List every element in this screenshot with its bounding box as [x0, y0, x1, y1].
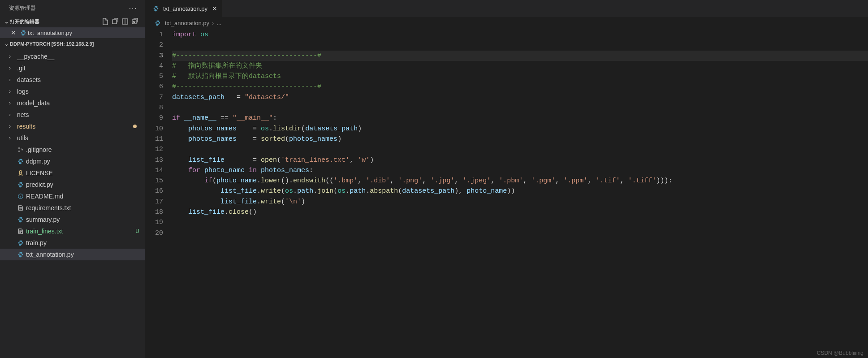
svg-point-5 — [22, 149, 23, 151]
code-line[interactable]: for photo_name in photos_names: — [172, 165, 868, 176]
folder-name: datasets — [17, 76, 41, 83]
code-line[interactable]: list_file.write('\n') — [172, 197, 868, 207]
code-line[interactable]: #-----------------------------------# — [172, 82, 868, 92]
modified-indicator — [133, 125, 137, 128]
new-file-icon[interactable] — [102, 18, 109, 25]
folder-item[interactable]: ›logs — [0, 86, 145, 97]
chevron-right-icon: › — [9, 123, 16, 129]
line-gutter: 1234567891011121314151617181920 — [145, 30, 172, 358]
file-item[interactable]: train.py — [0, 237, 145, 249]
license-icon — [16, 170, 25, 176]
folder-name: nets — [17, 111, 29, 118]
breadcrumbs[interactable]: txt_annotation.py › ... — [145, 17, 868, 29]
chevron-down-icon: ⌄ — [3, 19, 10, 25]
py-icon — [16, 240, 25, 246]
more-icon[interactable]: ··· — [129, 4, 138, 13]
code-line[interactable] — [172, 40, 868, 50]
file-name: train.py — [26, 239, 47, 246]
sidebar-header: 资源管理器 ··· — [0, 0, 145, 16]
svg-rect-2 — [132, 20, 136, 24]
folder-item[interactable]: ›model_data — [0, 97, 145, 109]
workspace-label: DDPM-PYTORCH [SSH: 192.168.2.9] — [10, 41, 94, 47]
file-item[interactable]: requirements.txt — [0, 202, 145, 214]
py-icon — [16, 216, 25, 223]
save-all-icon[interactable] — [112, 18, 119, 25]
code-line[interactable]: if __name__ == "__main__": — [172, 113, 868, 123]
file-name: README.md — [26, 193, 63, 200]
code-line[interactable] — [172, 217, 868, 228]
txt-icon — [16, 205, 25, 211]
file-name: ddpm.py — [26, 158, 50, 165]
folder-item[interactable]: ›utils — [0, 132, 145, 144]
sidebar: 资源管理器 ··· ⌄ 打开的编辑器 ✕ txt_annotation.py ⌄… — [0, 0, 145, 358]
code-line[interactable]: datasets_path = "datasets/" — [172, 92, 868, 103]
file-item[interactable]: predict.py — [0, 179, 145, 190]
folder-name: utils — [17, 134, 28, 142]
editor-tab[interactable]: txt_annotation.py ✕ — [145, 0, 222, 17]
svg-rect-0 — [112, 20, 117, 24]
close-icon[interactable]: ✕ — [212, 5, 217, 12]
file-item[interactable]: README.md — [0, 190, 145, 202]
file-name: summary.py — [26, 216, 60, 223]
file-item[interactable]: train_lines.txtU — [0, 225, 145, 237]
close-icon[interactable]: ✕ — [11, 29, 19, 36]
code-line[interactable]: list_file.close() — [172, 207, 868, 217]
watermark: CSDN @Bubbliiiing — [817, 350, 864, 356]
file-name: txt_annotation.py — [26, 251, 74, 258]
code-line[interactable]: import os — [172, 30, 868, 40]
file-item[interactable]: LICENSE — [0, 167, 145, 179]
folder-item[interactable]: ›.git — [0, 62, 145, 74]
file-item[interactable]: txt_annotation.py — [0, 249, 145, 260]
code-line[interactable]: # 指向数据集所在的文件夹 — [172, 61, 868, 71]
code-line[interactable] — [172, 228, 868, 238]
open-editors-header[interactable]: ⌄ 打开的编辑器 — [0, 16, 145, 27]
python-icon — [153, 20, 162, 26]
layout-icon[interactable] — [121, 18, 129, 25]
code-line[interactable]: list_file = open('train_lines.txt', 'w') — [172, 155, 868, 165]
folder-name: __pycache__ — [17, 53, 54, 60]
folder-name: results — [17, 123, 35, 130]
file-item[interactable]: .gitignore — [0, 144, 145, 155]
python-icon — [151, 5, 160, 12]
workspace-header[interactable]: ⌄ DDPM-PYTORCH [SSH: 192.168.2.9] — [0, 38, 145, 50]
code-line[interactable]: if(photo_name.lower().endswith(('.bmp', … — [172, 176, 868, 186]
code-line[interactable]: photos_names = sorted(photos_names) — [172, 134, 868, 144]
code-line[interactable]: # 默认指向根目录下的datasets — [172, 71, 868, 82]
chevron-right-icon: › — [9, 88, 16, 95]
chevron-right-icon: › — [9, 77, 16, 83]
chevron-right-icon: › — [9, 65, 16, 71]
breadcrumb-filename: txt_annotation.py — [165, 20, 209, 26]
folder-item[interactable]: ›results — [0, 121, 145, 132]
open-editors-label: 打开的编辑器 — [10, 18, 39, 25]
code-content[interactable]: import os#------------------------------… — [172, 30, 868, 358]
folder-name: model_data — [17, 99, 50, 107]
editor-area: txt_annotation.py ✕ txt_annotation.py › … — [145, 0, 868, 358]
file-name: LICENSE — [26, 169, 53, 177]
folder-item[interactable]: ›nets — [0, 109, 145, 121]
folder-name: logs — [17, 88, 29, 95]
git-status-badge: U — [135, 228, 139, 234]
py-icon — [16, 251, 25, 258]
file-name: .gitignore — [26, 146, 52, 153]
code-editor[interactable]: 1234567891011121314151617181920 import o… — [145, 29, 868, 358]
code-line[interactable]: list_file.write(os.path.join(os.path.abs… — [172, 186, 868, 196]
file-tree: ›__pycache__›.git›datasets›logs›model_da… — [0, 50, 145, 261]
open-editor-item[interactable]: ✕ txt_annotation.py — [0, 27, 145, 38]
breadcrumb-more: ... — [216, 20, 221, 26]
close-all-icon[interactable] — [131, 18, 138, 25]
py-icon — [16, 158, 25, 164]
folder-item[interactable]: ›__pycache__ — [0, 51, 145, 62]
code-line[interactable]: #-----------------------------------# — [172, 51, 868, 61]
file-item[interactable]: summary.py — [0, 214, 145, 225]
svg-point-4 — [18, 151, 20, 152]
chevron-right-icon: › — [9, 100, 16, 106]
file-item[interactable]: ddpm.py — [0, 155, 145, 167]
sidebar-title: 资源管理器 — [9, 4, 36, 12]
code-line[interactable] — [172, 103, 868, 113]
chevron-right-icon: › — [9, 135, 16, 141]
code-line[interactable] — [172, 144, 868, 155]
open-editor-filename: txt_annotation.py — [28, 30, 72, 36]
folder-item[interactable]: ›datasets — [0, 74, 145, 86]
code-line[interactable]: photos_names = os.listdir(datasets_path) — [172, 124, 868, 134]
python-icon — [19, 30, 28, 36]
